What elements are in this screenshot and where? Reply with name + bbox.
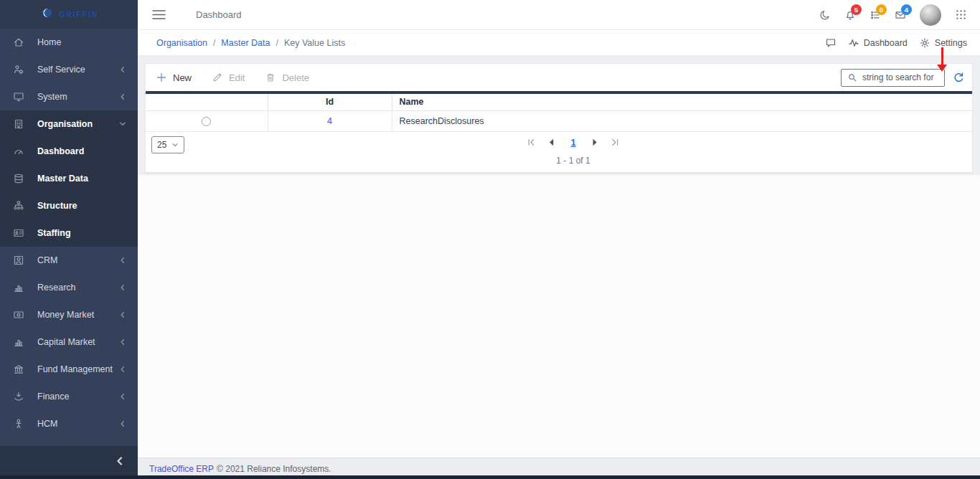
- breadcrumb-item-master-data[interactable]: Master Data: [221, 38, 270, 48]
- sidebar-item-label: CRM: [37, 255, 57, 265]
- breadcrumb-separator: /: [275, 38, 278, 48]
- trash-icon: [265, 72, 276, 83]
- page-title: Dashboard: [196, 9, 242, 20]
- row-id-link[interactable]: 4: [327, 116, 332, 126]
- capital-market-icon: [13, 336, 24, 348]
- topbar-actions: 504: [819, 4, 967, 26]
- chevron-left-icon: [119, 257, 126, 264]
- chevron-left-icon: [119, 284, 126, 291]
- refresh-icon[interactable]: [953, 72, 965, 84]
- new-button-label: New: [173, 72, 192, 83]
- structure-icon: [13, 200, 24, 212]
- user-avatar[interactable]: [920, 4, 941, 26]
- griffin-logo-icon: [39, 6, 54, 23]
- new-button[interactable]: New: [156, 72, 192, 83]
- tasks-list-icon[interactable]: 0: [870, 9, 881, 21]
- menu-toggle-icon[interactable]: [152, 9, 166, 20]
- page-size-value: 25: [157, 140, 166, 150]
- sidebar: GRIFFIN HomeSelf ServiceSystemOrganisati…: [0, 0, 138, 479]
- name-column-header[interactable]: Name: [392, 93, 972, 110]
- app-grid-icon[interactable]: [955, 9, 967, 21]
- main-area: Dashboard 504 Organisation/Master Data/K…: [138, 0, 980, 479]
- breadcrumb: Organisation/Master Data/Key Value Lists: [156, 38, 345, 48]
- sidebar-item-capital-market[interactable]: Capital Market: [0, 328, 138, 356]
- comment-button[interactable]: [825, 37, 837, 49]
- sidebar-item-label: Money Market: [37, 310, 94, 320]
- dashboard-link[interactable]: Dashboard: [848, 37, 908, 49]
- window-bottom-strip: [0, 475, 980, 479]
- pencil-icon: [212, 72, 223, 83]
- chevron-down-icon: [119, 120, 126, 128]
- annotation-arrow: [937, 47, 947, 72]
- delete-button[interactable]: Delete: [265, 72, 309, 83]
- sidebar-item-organisation[interactable]: Organisation: [0, 110, 138, 138]
- delete-button-label: Delete: [282, 72, 309, 83]
- edit-button[interactable]: Edit: [212, 72, 245, 83]
- sidebar-item-system[interactable]: System: [0, 83, 138, 110]
- sidebar-item-label: Staffing: [37, 228, 71, 238]
- notifications-bell-icon[interactable]: 5: [844, 9, 856, 21]
- sidebar-item-label: System: [37, 92, 67, 102]
- home-icon: [13, 37, 24, 48]
- first-page-button[interactable]: [526, 137, 537, 148]
- sidebar-item-label: Research: [37, 283, 76, 293]
- table-row[interactable]: 4ResearchDisclosures: [146, 110, 972, 131]
- staffing-icon: [13, 227, 24, 239]
- select-column-header: [146, 93, 268, 110]
- crm-icon: [13, 255, 24, 266]
- sidebar-item-money-market[interactable]: Money Market: [0, 301, 138, 328]
- sidebar-item-label: Master Data: [37, 174, 88, 184]
- search-box: [841, 69, 945, 87]
- page-size-select[interactable]: 25: [151, 136, 184, 153]
- sidebar-item-label: Finance: [37, 392, 69, 402]
- last-page-button[interactable]: [610, 137, 621, 148]
- id-column-header[interactable]: Id: [268, 93, 392, 110]
- messages-mail-icon[interactable]: 4: [895, 9, 906, 21]
- table-header-row: Id Name: [146, 93, 972, 110]
- sidebar-item-label: Structure: [37, 201, 77, 211]
- row-select-radio[interactable]: [202, 117, 211, 126]
- sidebar-item-crm[interactable]: CRM: [0, 247, 138, 274]
- sidebar-item-label: HCM: [37, 419, 57, 429]
- previous-page-button[interactable]: [546, 137, 557, 148]
- sidebar-item-structure[interactable]: Structure: [0, 192, 138, 219]
- sidebar-item-hcm[interactable]: HCM: [0, 410, 138, 437]
- key-value-lists-panel: New Edit Delete: [145, 63, 973, 173]
- pager: 1: [526, 137, 620, 148]
- sidebar-item-label: Fund Management: [37, 364, 113, 374]
- settings-link-label: Settings: [935, 38, 967, 48]
- key-value-lists-table: Id Name 4ResearchDisclosures: [146, 91, 972, 132]
- brand-logo[interactable]: GRIFFIN: [0, 0, 138, 29]
- tradeoffice-erp-link[interactable]: TradeOffice ERP: [149, 464, 214, 474]
- sidebar-item-self-service[interactable]: Self Service: [0, 56, 138, 83]
- app-window: GRIFFIN HomeSelf ServiceSystemOrganisati…: [0, 0, 980, 479]
- dark-mode-moon-icon[interactable]: [819, 9, 831, 21]
- search-icon: [847, 72, 857, 82]
- sidebar-nav: HomeSelf ServiceSystemOrganisationDashbo…: [0, 29, 138, 437]
- sidebar-item-label: Capital Market: [37, 337, 95, 347]
- sidebar-item-dashboard[interactable]: Dashboard: [0, 138, 138, 165]
- sidebar-item-research[interactable]: Research: [0, 274, 138, 301]
- dashboard-icon: [13, 146, 24, 157]
- sidebar-item-finance[interactable]: Finance: [0, 383, 138, 410]
- top-bar: Dashboard 504: [138, 0, 980, 30]
- research-icon: [13, 282, 24, 293]
- comment-icon: [825, 37, 837, 49]
- breadcrumb-item-organisation[interactable]: Organisation: [156, 38, 207, 48]
- sidebar-collapse-toggle[interactable]: [0, 446, 138, 479]
- sidebar-item-staffing[interactable]: Staffing: [0, 219, 138, 247]
- sidebar-item-label: Organisation: [37, 119, 93, 129]
- dashboard-link-label: Dashboard: [864, 38, 908, 48]
- sidebar-item-home[interactable]: Home: [0, 29, 138, 56]
- next-page-button[interactable]: [590, 137, 600, 148]
- system-icon: [13, 91, 24, 103]
- messages-mail-badge: 4: [901, 4, 912, 15]
- search-input[interactable]: [862, 72, 938, 82]
- sidebar-item-fund-management[interactable]: Fund Management: [0, 356, 138, 383]
- pagination-range: 1 - 1 of 1: [556, 156, 590, 166]
- current-page[interactable]: 1: [570, 137, 575, 148]
- sidebar-item-master-data[interactable]: Master Data: [0, 165, 138, 192]
- master-data-icon: [13, 173, 24, 184]
- organisation-icon: [13, 118, 24, 130]
- plus-icon: [156, 72, 167, 83]
